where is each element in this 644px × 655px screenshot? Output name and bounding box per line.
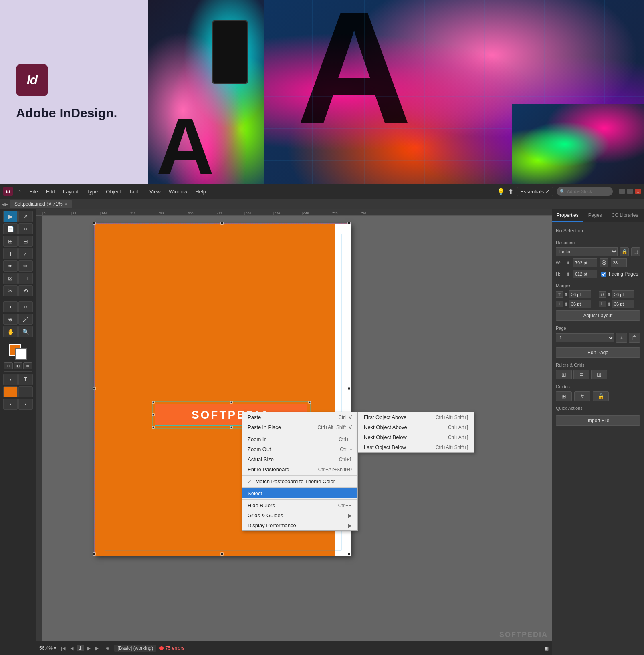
text-frame-tool[interactable]: T <box>18 374 33 385</box>
close-button[interactable]: × <box>635 189 641 194</box>
edit-page-button[interactable]: Edit Page <box>556 347 640 358</box>
document-grid-btn[interactable]: ⊞ <box>591 370 607 379</box>
tab-pages[interactable]: Pages <box>583 209 607 222</box>
ctx-paste-in-place[interactable]: Paste in Place Ctrl+Alt+Shift+V <box>242 422 357 432</box>
submenu-last-below[interactable]: Last Object Below Ctrl+Alt+Shift+[ <box>358 442 474 452</box>
menu-object[interactable]: Object <box>103 187 124 196</box>
ctx-actual-size[interactable]: Actual Size Ctrl+1 <box>242 454 357 464</box>
menu-file[interactable]: File <box>26 187 41 196</box>
menu-window[interactable]: Window <box>166 187 190 196</box>
placeholder3-tool[interactable]: ▪ <box>18 399 33 410</box>
ctx-match-pasteboard[interactable]: ✓ Match Pasteboard to Theme Color <box>242 476 357 486</box>
zoom-tool[interactable]: 🔍 <box>18 326 33 337</box>
ctx-zoom-in[interactable]: Zoom In Ctrl+= <box>242 434 357 444</box>
normal-mode-btn[interactable]: □ <box>4 362 13 369</box>
new-page-btn[interactable]: + <box>616 333 627 343</box>
guides-btn[interactable]: # <box>574 391 590 401</box>
eyedropper-tool[interactable]: 🖊 <box>18 314 33 325</box>
smart-guides-btn[interactable]: ⊞ <box>556 391 572 401</box>
margin-top-input[interactable] <box>569 290 591 298</box>
next-page-btn[interactable]: ▶ <box>86 645 92 652</box>
content-collector[interactable]: ⊟ <box>18 236 33 247</box>
essentials-button[interactable]: Essentials ✓ <box>517 187 553 196</box>
ctx-entire-pasteboard[interactable]: Entire Pasteboard Ctrl+Alt+Shift+0 <box>242 464 357 474</box>
search-input[interactable] <box>567 189 607 194</box>
margin-left-input[interactable] <box>612 300 634 308</box>
submenu-next-below[interactable]: Next Object Below Ctrl+Alt+[ <box>358 432 474 442</box>
height-input[interactable] <box>573 270 597 278</box>
adjust-layout-button[interactable]: Adjust Layout <box>556 310 640 321</box>
document-tab[interactable]: Softpedia.indd @ 71% × <box>10 200 72 208</box>
errors-indicator[interactable]: 75 errors <box>159 645 184 651</box>
submenu-first-above[interactable]: First Object Above Ctrl+Alt+Shift+] <box>358 412 474 422</box>
rulers-btn[interactable]: ⊞ <box>556 370 572 379</box>
pencil-tool[interactable]: ✏ <box>18 260 33 272</box>
hand-tool[interactable]: ✋ <box>3 326 18 337</box>
margin-bottom-input[interactable] <box>569 300 591 308</box>
baseline-grid-btn[interactable]: ≡ <box>573 370 589 379</box>
share-icon[interactable]: ⬆ <box>508 188 513 195</box>
margin-chain-icon[interactable]: ⛓ <box>599 291 606 298</box>
ctx-display-performance[interactable]: Display Performance ▶ <box>242 520 357 530</box>
tab-scroll-arrows[interactable]: ◀▶ <box>2 202 8 206</box>
add-page-btn[interactable]: ⊕ <box>104 645 111 652</box>
scissors-tool[interactable]: ✂ <box>3 285 18 296</box>
stroke-tool[interactable] <box>18 386 33 397</box>
document-preset-select[interactable]: Letter <box>556 247 618 256</box>
menu-table[interactable]: Table <box>126 187 145 196</box>
last-page-btn[interactable]: ▶| <box>94 645 101 652</box>
submenu-next-above[interactable]: Next Object Above Ctrl+Alt+] <box>358 422 474 432</box>
menu-layout[interactable]: Layout <box>60 187 82 196</box>
menu-type[interactable]: Type <box>83 187 101 196</box>
margin-right-input[interactable] <box>612 290 634 298</box>
fill-tool[interactable] <box>3 386 18 397</box>
ctx-paste[interactable]: Paste Ctrl+V <box>242 412 357 422</box>
zoom-control[interactable]: 56.4% ▾ <box>39 645 56 651</box>
canvas-area[interactable]: 0 72 144 216 288 360 432 504 576 648 720… <box>36 209 552 655</box>
bleed-mode-btn[interactable]: ⊞ <box>23 362 32 369</box>
facing-pages-checkbox[interactable] <box>601 272 606 277</box>
type-tool[interactable]: T <box>3 248 18 259</box>
rectangle-tool[interactable]: □ <box>18 273 33 284</box>
selection-tool[interactable]: ▶ <box>3 211 18 222</box>
lightbulb-icon[interactable]: 💡 <box>497 188 505 195</box>
width-input[interactable] <box>573 258 597 267</box>
ctx-zoom-out[interactable]: Zoom Out Ctrl+- <box>242 444 357 454</box>
lock-icon-btn[interactable]: 🔒 <box>620 247 629 256</box>
rectangle-frame-tool[interactable]: ⊠ <box>3 273 18 284</box>
maximize-button[interactable]: □ <box>627 189 633 194</box>
direct-selection-tool[interactable]: ↗ <box>18 211 33 222</box>
home-icon[interactable]: ⌂ <box>18 188 22 195</box>
delete-page-btn[interactable]: 🗑 <box>629 333 640 343</box>
rectangle2-tool[interactable]: ▪ <box>3 301 18 312</box>
current-page[interactable]: 1 <box>77 645 84 651</box>
scheme-indicator[interactable]: [Basic] (working) <box>114 645 156 652</box>
tab-properties[interactable]: Properties <box>552 209 583 222</box>
first-page-btn[interactable]: |◀ <box>59 645 67 652</box>
ellipse-tool[interactable]: ○ <box>18 301 33 312</box>
ctx-hide-rulers[interactable]: Hide Rulers Ctrl+R <box>242 500 357 510</box>
prev-page-btn[interactable]: ◀ <box>69 645 75 652</box>
type-on-path-tool[interactable]: ∕ <box>18 248 33 259</box>
placeholder2-tool[interactable]: ▪ <box>3 399 18 410</box>
menu-help[interactable]: Help <box>192 187 209 196</box>
background-swatch[interactable] <box>15 348 27 360</box>
ctx-select[interactable]: Select <box>242 488 357 498</box>
page-select[interactable]: 1 <box>556 333 614 342</box>
placeholder1-tool[interactable]: ▪ <box>3 374 18 385</box>
tab-cc-libraries[interactable]: CC Libraries <box>607 209 643 222</box>
tab-close-button[interactable]: × <box>65 202 67 206</box>
lock-guides-btn[interactable]: 🔒 <box>593 391 609 401</box>
chain-icon-btn[interactable]: ⛓ <box>600 258 608 267</box>
preview-mode-btn[interactable]: ◧ <box>14 362 22 369</box>
minimize-button[interactable]: — <box>619 189 625 194</box>
pages-input[interactable] <box>611 258 627 267</box>
menu-edit[interactable]: Edit <box>43 187 58 196</box>
page-tool[interactable]: 📄 <box>3 223 18 234</box>
free-transform-tool[interactable]: ⊕ <box>3 314 18 325</box>
menu-view[interactable]: View <box>146 187 164 196</box>
orientation-icon-btn[interactable]: ⬚ <box>631 247 640 256</box>
import-file-button[interactable]: Import File <box>556 415 640 426</box>
content-tool[interactable]: ⊞ <box>3 236 18 247</box>
pen-tool[interactable]: ✒ <box>3 260 18 272</box>
